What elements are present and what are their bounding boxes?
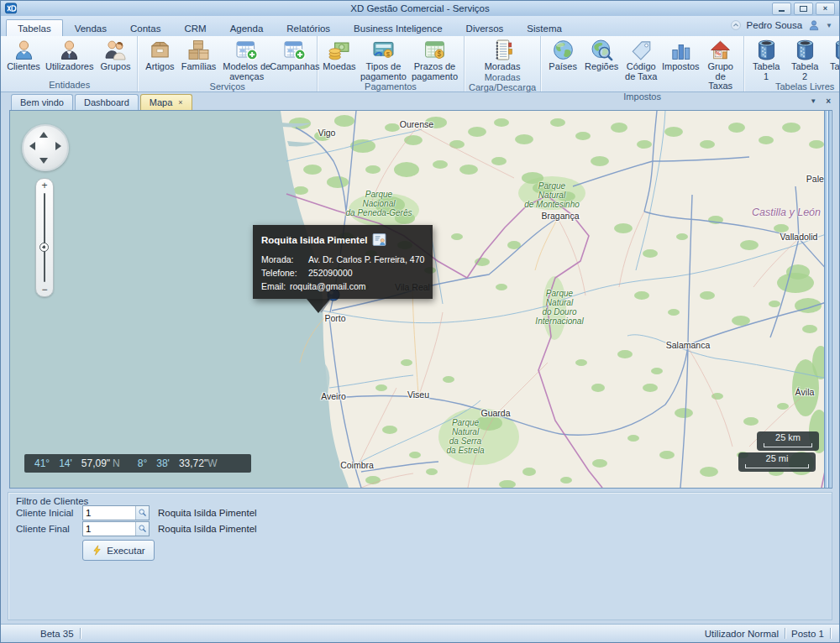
ribbon-button-label: Prazos de pagamento bbox=[411, 62, 459, 81]
filter-row: Cliente InicialRoquita Isilda Pimentel bbox=[16, 504, 257, 520]
tooltip-client-name: Roquita Isilda Pimentel bbox=[261, 235, 368, 245]
menu-tab-diversos[interactable]: Diversos bbox=[454, 19, 516, 36]
person-user-icon bbox=[57, 38, 81, 62]
xd-logo-icon[interactable] bbox=[4, 3, 18, 14]
ribbon-button-tabela-1[interactable]: Tabela 1 bbox=[747, 37, 785, 81]
ribbon-button-paises[interactable]: Países bbox=[543, 37, 582, 72]
calendar-plus-icon bbox=[234, 38, 259, 62]
close-view-icon[interactable]: × bbox=[826, 97, 831, 106]
client-search-button[interactable] bbox=[135, 506, 149, 520]
user-icon[interactable] bbox=[808, 19, 820, 31]
close-tab-icon[interactable]: × bbox=[178, 99, 182, 107]
ribbon-group-impostos: PaísesRegiõesCódigo de TaxaImpostos%Grup… bbox=[541, 36, 744, 91]
zoom-track[interactable] bbox=[44, 193, 45, 282]
svg-text:$: $ bbox=[438, 50, 442, 58]
menu-tab-business-inteligence[interactable]: Business Inteligence bbox=[342, 19, 454, 36]
menu-tab-tabelas[interactable]: Tabelas bbox=[6, 19, 63, 36]
coordinates-readout: 41° 14' 57,09" N 8° 38' 33,72" W bbox=[24, 454, 251, 473]
scale-mi-bracket bbox=[745, 464, 809, 468]
filter-field-label: Cliente Inicial bbox=[16, 508, 82, 518]
pan-down-icon[interactable] bbox=[39, 158, 48, 164]
map-zoom-slider[interactable]: + − bbox=[35, 178, 54, 297]
ribbon-button-grupos[interactable]: Grupos bbox=[96, 37, 134, 72]
ribbon-button-label: Países bbox=[549, 62, 577, 72]
pan-up-icon[interactable] bbox=[39, 132, 48, 138]
restore-icon bbox=[800, 6, 807, 12]
status-separator bbox=[80, 628, 81, 639]
menu-tab-agenda[interactable]: Agenda bbox=[218, 19, 276, 36]
people-group-icon bbox=[103, 38, 128, 62]
contact-card-icon[interactable] bbox=[372, 233, 386, 247]
ribbon-button-familias[interactable]: Famílias bbox=[179, 37, 218, 72]
view-tab-bar: Bem vindoDashboardMapa× ▼ × bbox=[1, 91, 839, 110]
tooltip-row: Email:roquita@gmail.com bbox=[261, 281, 424, 291]
zoom-in-icon[interactable]: + bbox=[36, 180, 53, 191]
ribbon-group-servicos: ArtigosFamíliasModelos de avençasCampanh… bbox=[138, 36, 317, 91]
client-id-input[interactable] bbox=[83, 522, 135, 536]
ribbon-button-clientes[interactable]: Clientes bbox=[4, 37, 43, 72]
status-separator bbox=[785, 628, 785, 639]
ribbon-button-moradas[interactable]: Moradas bbox=[482, 37, 523, 72]
status-posto-1: Posto 1 bbox=[791, 629, 824, 639]
svg-text:%: % bbox=[716, 50, 722, 57]
tab-list-dropdown-icon[interactable]: ▼ bbox=[810, 97, 816, 105]
ribbon-button-label: Tabela 2 bbox=[788, 62, 822, 81]
svg-text:$: $ bbox=[386, 50, 391, 58]
menu-tab-crm[interactable]: CRM bbox=[172, 19, 218, 36]
ribbon-button-impostos[interactable]: Impostos bbox=[661, 37, 700, 72]
ribbon-button-label: Tabela 1 bbox=[749, 62, 783, 81]
view-tab-mapa[interactable]: Mapa× bbox=[140, 94, 192, 110]
map-city-label: Vigo bbox=[318, 128, 336, 138]
zoom-out-icon[interactable]: − bbox=[36, 285, 53, 295]
menu-tab-sistema[interactable]: Sistema bbox=[515, 19, 574, 36]
ribbon-button-tabela-3[interactable]: Tabela 3 bbox=[824, 37, 840, 81]
collapse-ribbon-button[interactable] bbox=[731, 20, 741, 30]
menu-tab-contas[interactable]: Contas bbox=[118, 19, 172, 36]
ribbon-button-label: Grupos bbox=[100, 62, 130, 72]
ribbon-button-utilizadores[interactable]: Utilizadores bbox=[43, 37, 96, 72]
client-search-button[interactable] bbox=[135, 522, 149, 536]
user-menu-caret-icon[interactable]: ▼ bbox=[826, 22, 832, 29]
restore-button[interactable] bbox=[794, 3, 813, 15]
view-tab-bem-vindo[interactable]: Bem vindo bbox=[11, 94, 73, 110]
ribbon-button-codigo-de-taxa[interactable]: Código de Taxa bbox=[621, 37, 661, 81]
ribbon-button-modelos-de-avencas[interactable]: Modelos de avenças bbox=[218, 37, 275, 81]
ribbon-button-prazos-de-pagamento[interactable]: $Prazos de pagamento bbox=[408, 37, 461, 81]
ribbon-button-grupo-de-taxas[interactable]: %Grupo de Taxas bbox=[700, 37, 741, 91]
client-id-input[interactable] bbox=[83, 506, 135, 520]
ribbon-button-campanhas[interactable]: Campanhas bbox=[276, 37, 314, 72]
map-right-splitter[interactable] bbox=[824, 111, 832, 488]
map-region-label: Castilla y León bbox=[752, 206, 821, 218]
zoom-knob[interactable] bbox=[39, 243, 49, 252]
pan-left-icon[interactable] bbox=[29, 142, 35, 150]
database-icon bbox=[832, 38, 840, 62]
view-tab-label: Mapa bbox=[150, 97, 173, 107]
menu-tab-vendas[interactable]: Vendas bbox=[63, 19, 118, 36]
menu-tab-relatorios[interactable]: Relatórios bbox=[275, 19, 342, 36]
address-book-icon bbox=[491, 38, 515, 62]
person-client-icon bbox=[12, 38, 36, 62]
map-pan-control[interactable] bbox=[22, 124, 69, 171]
ribbon-button-label: Moradas bbox=[485, 62, 521, 72]
ribbon-button-label: Regiões bbox=[585, 62, 618, 72]
ribbon-button-regioes[interactable]: Regiões bbox=[582, 37, 621, 72]
ribbon-button-tabela-2[interactable]: Tabela 2 bbox=[785, 37, 824, 81]
ribbon-button-artigos[interactable]: Artigos bbox=[140, 37, 179, 72]
ribbon-button-label: Clientes bbox=[7, 62, 40, 72]
close-button[interactable]: × bbox=[816, 3, 835, 15]
map-city-label: Ávila bbox=[795, 387, 815, 397]
minimize-button[interactable] bbox=[772, 3, 791, 15]
view-tab-dashboard[interactable]: Dashboard bbox=[75, 94, 139, 110]
ribbon-button-label: Artigos bbox=[145, 62, 174, 72]
ribbon-group-entidades: ClientesUtilizadoresGruposEntidades bbox=[2, 36, 138, 91]
ribbon-button-tipos-de-pagamento[interactable]: $Tipos de pagamento bbox=[359, 37, 408, 81]
map-park-label: ParqueNaturalde Montesinho bbox=[524, 181, 580, 209]
pan-right-icon[interactable] bbox=[55, 142, 61, 150]
lat-minutes: 14' bbox=[59, 457, 72, 469]
calendar-coin-icon: $ bbox=[423, 38, 447, 62]
map-canvas[interactable]: VigoOurensePalenciaValladolidBragançaVil… bbox=[9, 110, 832, 489]
map-city-label: Salamanca bbox=[666, 340, 711, 350]
execute-button[interactable]: Executar bbox=[82, 540, 155, 561]
ribbon-button-moedas[interactable]: Moedas bbox=[320, 37, 359, 72]
view-tab-label: Dashboard bbox=[84, 97, 129, 107]
